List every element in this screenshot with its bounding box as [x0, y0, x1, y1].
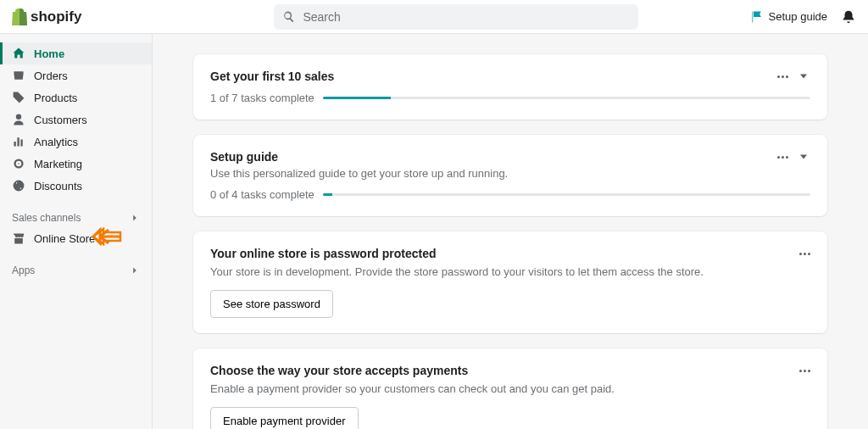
- sidebar-item-label: Products: [34, 92, 77, 104]
- setup-guide-label: Setup guide: [769, 10, 827, 23]
- search-input[interactable]: Search: [274, 4, 638, 30]
- apps-label: Apps: [12, 265, 35, 276]
- sidebar-item-home[interactable]: Home: [0, 42, 152, 64]
- sidebar-item-label: Analytics: [34, 136, 78, 148]
- card-password-protected: Your online store is password protected …: [193, 231, 827, 333]
- progress-text: 0 of 4 tasks complete: [210, 188, 314, 201]
- chevron-down-icon[interactable]: [797, 150, 810, 164]
- chevron-right-icon: [130, 265, 140, 276]
- progress-text: 1 of 7 tasks complete: [210, 92, 314, 104]
- search-placeholder: Search: [303, 10, 340, 24]
- card-body: Your store is in development. Provide th…: [210, 265, 810, 278]
- card-title: Get your first 10 sales: [210, 70, 334, 83]
- sidebar-item-online-store[interactable]: Online Store: [0, 227, 152, 249]
- sidebar-item-orders[interactable]: Orders: [0, 64, 152, 86]
- topbar: shopify Search Setup guide: [0, 0, 868, 34]
- orders-icon: [12, 69, 25, 82]
- progress-fill: [323, 193, 333, 196]
- card-title: Setup guide: [210, 150, 278, 164]
- see-store-password-button[interactable]: See store password: [210, 290, 333, 318]
- analytics-icon: [12, 135, 25, 148]
- enable-payment-provider-button[interactable]: Enable payment provider: [210, 407, 359, 429]
- sales-channels-header[interactable]: Sales channels: [0, 205, 152, 227]
- annotation-arrow-icon: [92, 227, 122, 246]
- card-menu-button[interactable]: [799, 253, 810, 255]
- sidebar-item-label: Customers: [34, 114, 87, 126]
- sidebar-item-marketing[interactable]: Marketing: [0, 153, 152, 175]
- card-menu-button[interactable]: [777, 156, 788, 159]
- progress-fill: [323, 97, 392, 99]
- sidebar-item-analytics[interactable]: Analytics: [0, 131, 152, 153]
- notifications-icon[interactable]: [841, 9, 856, 25]
- sidebar-item-label: Orders: [34, 70, 68, 82]
- sidebar-item-customers[interactable]: Customers: [0, 109, 152, 131]
- sidebar: Home Orders Products Customers Analytics…: [0, 34, 153, 429]
- card-payments: Choose the way your store accepts paymen…: [193, 348, 827, 429]
- chevron-right-icon: [130, 213, 140, 223]
- progress-bar: [323, 97, 810, 99]
- sidebar-item-label: Online Store: [34, 232, 95, 245]
- products-icon: [12, 91, 25, 104]
- main-content: Get your first 10 sales 1 of 7 tasks com…: [153, 34, 868, 429]
- sidebar-item-label: Marketing: [34, 158, 82, 170]
- card-title: Choose the way your store accepts paymen…: [210, 364, 468, 377]
- card-subtitle: Use this personalized guide to get your …: [210, 167, 810, 180]
- shopify-bag-icon: [12, 8, 27, 25]
- apps-header[interactable]: Apps: [0, 258, 152, 280]
- card-title: Your online store is password protected: [210, 247, 437, 260]
- sidebar-item-label: Home: [34, 47, 64, 60]
- store-icon: [12, 231, 25, 245]
- card-menu-button[interactable]: [799, 370, 810, 372]
- brand-logo[interactable]: shopify: [12, 8, 81, 25]
- sales-channels-label: Sales channels: [12, 212, 81, 224]
- marketing-icon: [12, 157, 25, 170]
- card-setup-guide: Setup guide Use this personalized guide …: [193, 135, 827, 216]
- flag-icon: [750, 10, 764, 24]
- card-menu-button[interactable]: [777, 75, 788, 78]
- setup-guide-link[interactable]: Setup guide: [750, 10, 827, 24]
- sidebar-item-discounts[interactable]: Discounts: [0, 175, 152, 197]
- customers-icon: [12, 113, 25, 126]
- chevron-down-icon[interactable]: [797, 70, 810, 83]
- search-icon: [282, 10, 296, 24]
- progress-bar: [323, 193, 810, 196]
- card-first-sales: Get your first 10 sales 1 of 7 tasks com…: [193, 54, 827, 120]
- sidebar-item-products[interactable]: Products: [0, 86, 152, 109]
- card-body: Enable a payment provider so your custom…: [210, 382, 810, 395]
- brand-name: shopify: [31, 8, 81, 25]
- sidebar-item-label: Discounts: [34, 180, 82, 192]
- home-icon: [12, 47, 25, 60]
- discounts-icon: [12, 179, 25, 192]
